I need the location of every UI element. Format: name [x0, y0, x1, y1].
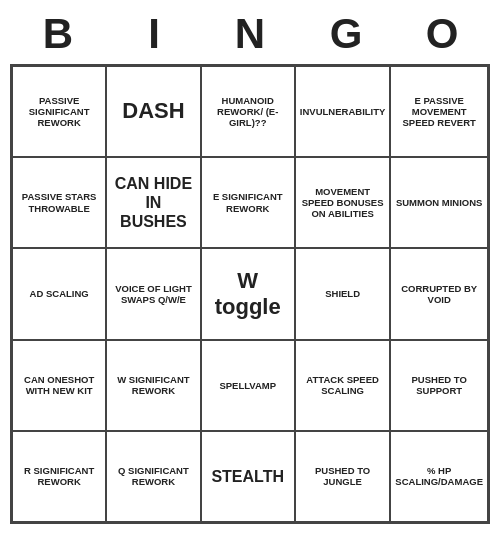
bingo-cell-5: PASSIVE STARS THROWABLE	[12, 157, 106, 248]
bingo-cell-0: PASSIVE SIGNIFICANT REWORK	[12, 66, 106, 157]
bingo-cell-10: AD SCALING	[12, 248, 106, 339]
bingo-cell-18: ATTACK SPEED SCALING	[295, 340, 391, 431]
bingo-cell-20: R SIGNIFICANT REWORK	[12, 431, 106, 522]
bingo-letter-o: O	[402, 10, 482, 58]
bingo-cell-12: W toggle	[201, 248, 295, 339]
bingo-cell-2: HUMANOID REWORK/ (E-GIRL)??	[201, 66, 295, 157]
bingo-cell-14: CORRUPTED BY VOID	[390, 248, 488, 339]
bingo-cell-17: SPELLVAMP	[201, 340, 295, 431]
bingo-cell-13: SHIELD	[295, 248, 391, 339]
bingo-cell-24: % HP SCALING/DAMAGE	[390, 431, 488, 522]
bingo-cell-21: Q SIGNIFICANT REWORK	[106, 431, 200, 522]
bingo-cell-4: E PASSIVE MOVEMENT SPEED REVERT	[390, 66, 488, 157]
bingo-cell-9: SUMMON MINIONS	[390, 157, 488, 248]
bingo-letter-b: B	[18, 10, 98, 58]
bingo-cell-11: VOICE OF LIGHT SWAPS Q/W/E	[106, 248, 200, 339]
bingo-cell-15: CAN ONESHOT WITH NEW KIT	[12, 340, 106, 431]
bingo-cell-1: DASH	[106, 66, 200, 157]
bingo-cell-22: STEALTH	[201, 431, 295, 522]
bingo-letter-n: N	[210, 10, 290, 58]
bingo-title: BINGO	[10, 10, 490, 58]
bingo-cell-23: PUSHED TO JUNGLE	[295, 431, 391, 522]
bingo-cell-19: PUSHED TO SUPPORT	[390, 340, 488, 431]
bingo-cell-3: INVULNERABILITY	[295, 66, 391, 157]
bingo-grid: PASSIVE SIGNIFICANT REWORKDASHHUMANOID R…	[10, 64, 490, 524]
bingo-cell-7: E SIGNIFICANT REWORK	[201, 157, 295, 248]
bingo-cell-8: MOVEMENT SPEED BONUSES ON ABILITIES	[295, 157, 391, 248]
bingo-cell-6: CAN HIDE IN BUSHES	[106, 157, 200, 248]
bingo-letter-i: I	[114, 10, 194, 58]
bingo-cell-16: W SIGNIFICANT REWORK	[106, 340, 200, 431]
bingo-letter-g: G	[306, 10, 386, 58]
